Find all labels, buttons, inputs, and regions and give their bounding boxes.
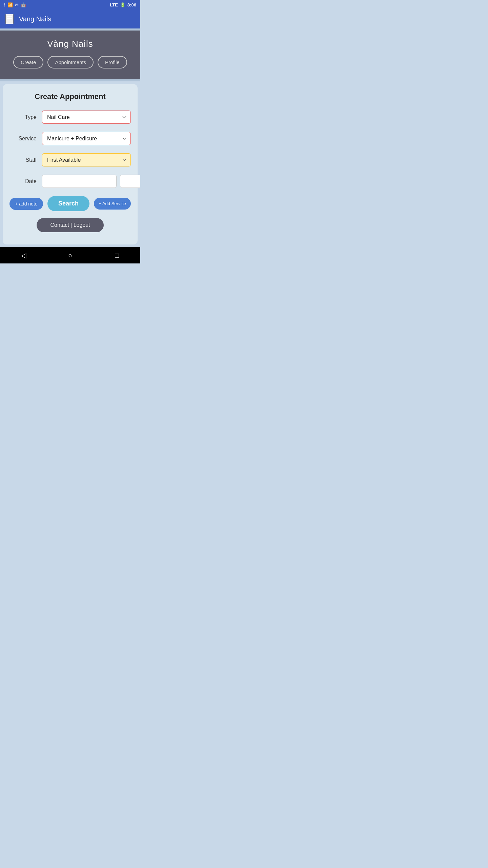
staff-select[interactable]: First Available Staff 1 Staff 2: [42, 153, 131, 166]
main-content: Create Appointment Type Nail Care Hair C…: [3, 84, 138, 244]
contact-logout-button[interactable]: Contact | Logout: [37, 218, 103, 232]
bottom-nav: ◁ ○ □: [0, 247, 140, 263]
menu-button[interactable]: ☰: [5, 14, 14, 24]
type-select[interactable]: Nail Care Hair Care Skin Care: [42, 111, 131, 124]
add-service-button[interactable]: + Add Service: [94, 198, 131, 210]
type-row: Type Nail Care Hair Care Skin Care: [9, 111, 131, 124]
date-label: Date: [9, 178, 37, 184]
service-select[interactable]: Manicure + Pedicure Manicure Pedicure: [42, 132, 131, 145]
create-button[interactable]: Create: [13, 56, 43, 68]
type-label: Type: [9, 114, 37, 120]
staff-label: Staff: [9, 157, 37, 163]
recent-button[interactable]: □: [94, 252, 140, 259]
home-button[interactable]: ○: [47, 252, 94, 259]
status-right: LTE 🔋 8:06: [110, 2, 136, 7]
staff-row: Staff First Available Staff 1 Staff 2: [9, 153, 131, 166]
top-nav: ☰ Vang Nails: [0, 9, 140, 28]
date-input[interactable]: [42, 175, 117, 188]
add-note-button[interactable]: + add note: [9, 198, 43, 210]
back-button[interactable]: ◁: [0, 251, 47, 259]
service-row: Service Manicure + Pedicure Manicure Ped…: [9, 132, 131, 145]
nav-buttons: Create Appointments Profile: [5, 56, 135, 68]
notification-icon: !: [4, 2, 5, 7]
battery-icon: 🔋: [120, 2, 125, 7]
android-icon: 🤖: [21, 2, 26, 7]
date-row: Date: [9, 175, 131, 188]
app-title: Vang Nails: [19, 15, 51, 23]
time-input[interactable]: [120, 175, 140, 188]
section-title: Create Appointment: [9, 92, 131, 101]
separator-2: [0, 79, 140, 81]
date-inputs: [42, 175, 140, 188]
service-label: Service: [9, 136, 37, 142]
footer: Contact | Logout: [9, 218, 131, 232]
network-type: LTE: [110, 2, 118, 7]
profile-button[interactable]: Profile: [98, 56, 127, 68]
status-bar: ! 📶 ✉ 🤖 LTE 🔋 8:06: [0, 0, 140, 9]
time-display: 8:06: [127, 2, 136, 7]
action-row: + add note Search + Add Service: [9, 196, 131, 211]
search-button[interactable]: Search: [47, 196, 89, 211]
salon-name: Vàng Nails: [5, 39, 135, 49]
appointments-button[interactable]: Appointments: [47, 56, 94, 68]
signal-icon: 📶: [7, 2, 13, 7]
salon-header: Vàng Nails Create Appointments Profile: [0, 31, 140, 79]
message-icon: ✉: [15, 2, 19, 7]
status-left-icons: ! 📶 ✉ 🤖: [4, 2, 26, 7]
